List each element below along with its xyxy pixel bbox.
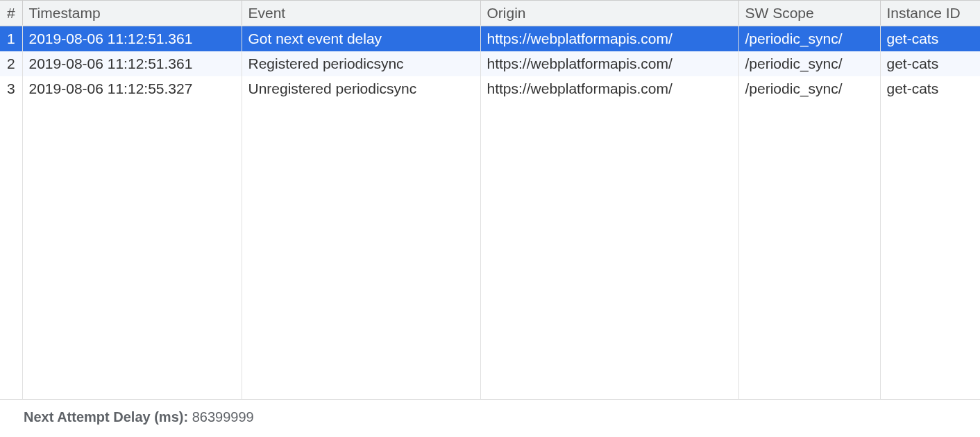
col-header-origin[interactable]: Origin — [480, 1, 738, 26]
cell-instance-id: get-cats — [880, 76, 980, 101]
cell-num: 3 — [0, 76, 22, 101]
cell-timestamp: 2019-08-06 11:12:51.361 — [22, 26, 242, 52]
col-header-timestamp[interactable]: Timestamp — [22, 1, 242, 26]
cell-sw-scope: /periodic_sync/ — [738, 26, 880, 52]
events-table-container: # Timestamp Event Origin SW Scope Instan… — [0, 0, 980, 400]
col-header-num[interactable]: # — [0, 1, 22, 26]
cell-origin: https://webplatformapis.com/ — [480, 26, 738, 52]
next-attempt-delay-value: 86399999 — [192, 409, 254, 425]
cell-event: Registered periodicsync — [242, 51, 480, 76]
footer-status: Next Attempt Delay (ms): 86399999 — [0, 400, 980, 425]
table-row[interactable]: 22019-08-06 11:12:51.361Registered perio… — [0, 51, 980, 76]
cell-event: Unregistered periodicsync — [242, 76, 480, 101]
cell-instance-id: get-cats — [880, 26, 980, 52]
cell-event: Got next event delay — [242, 26, 480, 52]
cell-num: 2 — [0, 51, 22, 76]
cell-origin: https://webplatformapis.com/ — [480, 51, 738, 76]
cell-sw-scope: /periodic_sync/ — [738, 76, 880, 101]
table-header-row: # Timestamp Event Origin SW Scope Instan… — [0, 1, 980, 26]
cell-num: 1 — [0, 26, 22, 52]
col-header-sw-scope[interactable]: SW Scope — [738, 1, 880, 26]
cell-timestamp: 2019-08-06 11:12:55.327 — [22, 76, 242, 101]
cell-origin: https://webplatformapis.com/ — [480, 76, 738, 101]
cell-timestamp: 2019-08-06 11:12:51.361 — [22, 51, 242, 76]
table-row[interactable]: 32019-08-06 11:12:55.327Unregistered per… — [0, 76, 980, 101]
cell-instance-id: get-cats — [880, 51, 980, 76]
table-row[interactable]: 12019-08-06 11:12:51.361Got next event d… — [0, 26, 980, 52]
col-header-instance-id[interactable]: Instance ID — [880, 1, 980, 26]
events-table: # Timestamp Event Origin SW Scope Instan… — [0, 0, 980, 101]
col-header-event[interactable]: Event — [242, 1, 480, 26]
next-attempt-delay-label: Next Attempt Delay (ms): — [24, 409, 192, 425]
cell-sw-scope: /periodic_sync/ — [738, 51, 880, 76]
